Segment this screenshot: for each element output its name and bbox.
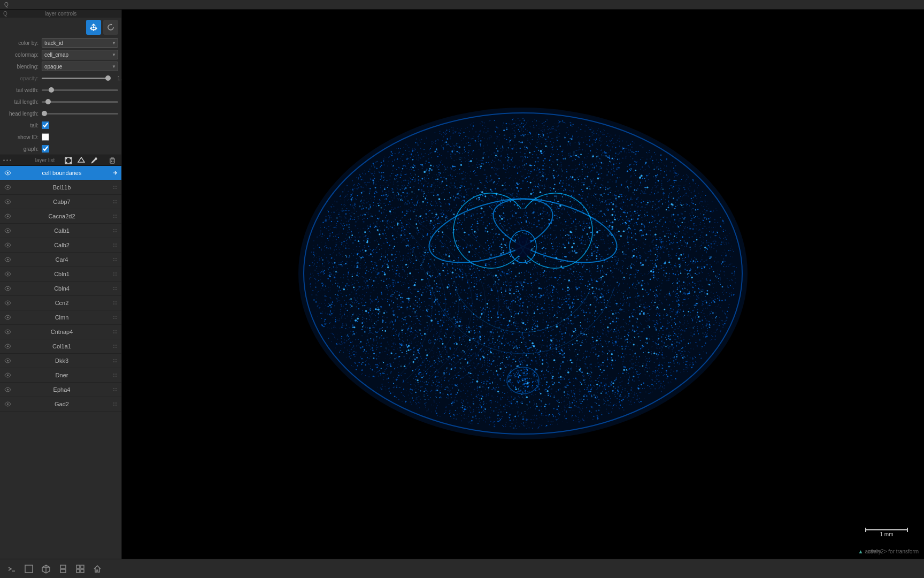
svg-rect-101 xyxy=(76,569,80,573)
blending-select-wrapper: opaque ▼ xyxy=(42,62,118,71)
show-id-checkbox[interactable] xyxy=(42,133,49,141)
head-length-slider[interactable] xyxy=(42,113,118,115)
layer-visibility-icon[interactable] xyxy=(2,372,13,378)
layer-visibility-icon[interactable] xyxy=(2,401,13,407)
layer-item[interactable]: Cacna2d2 xyxy=(0,209,121,224)
tail-width-slider-container xyxy=(42,89,118,91)
point-tool-button[interactable] xyxy=(63,155,74,166)
layer-visibility-icon[interactable] xyxy=(2,257,13,262)
graph-checkbox[interactable] xyxy=(42,145,49,153)
polygon-tool-button[interactable] xyxy=(75,155,87,166)
square-button[interactable] xyxy=(21,561,36,576)
brain-visualization xyxy=(122,10,924,559)
layer-visibility-icon[interactable] xyxy=(2,387,13,392)
layer-item[interactable]: Gad2 xyxy=(0,397,121,412)
layer-drag-handle[interactable] xyxy=(111,228,119,233)
svg-point-33 xyxy=(113,244,114,245)
layer-drag-handle[interactable] xyxy=(111,242,119,248)
layer-drag-handle[interactable] xyxy=(111,300,119,306)
layer-item[interactable]: Cbln1 xyxy=(0,267,121,282)
colormap-select[interactable]: cell_cmap xyxy=(42,50,118,59)
opacity-slider[interactable] xyxy=(42,78,111,79)
layer-drag-handle[interactable] xyxy=(111,372,119,378)
layer-drag-handle[interactable] xyxy=(111,358,119,363)
svg-point-14 xyxy=(116,186,117,187)
svg-point-88 xyxy=(113,402,114,404)
layer-visibility-icon[interactable] xyxy=(2,185,13,190)
svg-point-72 xyxy=(7,360,9,362)
layer-visibility-icon[interactable] xyxy=(2,286,13,291)
svg-point-84 xyxy=(116,388,117,389)
tail-width-label: tail width: xyxy=(3,87,42,93)
layer-item[interactable]: Clmn xyxy=(0,310,121,325)
layer-drag-handle[interactable] xyxy=(111,286,119,291)
tail-width-slider[interactable] xyxy=(42,89,118,91)
tail-length-label: tail length: xyxy=(3,99,42,105)
layer-drag-handle[interactable] xyxy=(111,185,119,190)
layer-item[interactable]: Dner xyxy=(0,368,121,383)
tail-length-slider[interactable] xyxy=(42,101,118,103)
layer-drag-handle[interactable] xyxy=(111,329,119,334)
tail-label: tail: xyxy=(3,123,42,128)
layer-item[interactable]: Ccn2 xyxy=(0,296,121,310)
layer-drag-handle[interactable] xyxy=(111,315,119,320)
tail-checkbox[interactable] xyxy=(42,121,49,129)
terminal-button[interactable] xyxy=(4,561,19,576)
layer-item[interactable]: Col1a1 xyxy=(0,339,121,354)
layer-visibility-icon[interactable] xyxy=(2,170,13,176)
move-tool-button[interactable] xyxy=(86,20,101,35)
color-by-select[interactable]: track_id xyxy=(42,38,118,48)
svg-point-75 xyxy=(113,361,114,362)
layer-item[interactable]: Cbln4 xyxy=(0,282,121,296)
svg-point-58 xyxy=(113,316,114,317)
rotate-tool-button[interactable] xyxy=(103,20,118,35)
layer-item[interactable]: Bcl11b xyxy=(0,180,121,195)
layer-drag-handle[interactable] xyxy=(111,401,119,407)
layer-visibility-icon[interactable] xyxy=(2,242,13,248)
layer-visibility-icon[interactable] xyxy=(2,315,13,320)
layer-item[interactable]: Cntnap4 xyxy=(0,325,121,339)
layer-name-label: Calb1 xyxy=(13,227,111,234)
svg-point-35 xyxy=(113,246,114,247)
layer-list-menu[interactable] xyxy=(3,159,11,161)
layer-visibility-icon[interactable] xyxy=(2,214,13,219)
svg-point-52 xyxy=(7,302,9,304)
viewer[interactable]: 1 mm use <2> for transform ▲ activity xyxy=(122,10,924,559)
blending-select[interactable]: opaque xyxy=(42,62,118,71)
layer-item[interactable]: Cabp7 xyxy=(0,195,121,209)
layer-visibility-icon[interactable] xyxy=(2,199,13,204)
layer-item[interactable]: Epha4 xyxy=(0,383,121,397)
layer-drag-handle[interactable] xyxy=(111,344,119,349)
svg-point-40 xyxy=(113,260,114,261)
layer-visibility-icon[interactable] xyxy=(2,344,13,349)
cube-button[interactable] xyxy=(38,561,53,576)
opacity-label: opacity: xyxy=(3,75,42,81)
layer-item[interactable]: Calb1 xyxy=(0,224,121,238)
layer-drag-handle[interactable] xyxy=(111,271,119,277)
home-button[interactable] xyxy=(90,561,105,576)
layer-drag-handle[interactable] xyxy=(111,199,119,204)
dot3 xyxy=(10,159,11,161)
brush-tool-button[interactable] xyxy=(88,155,100,166)
svg-point-70 xyxy=(113,347,114,348)
grid-button[interactable] xyxy=(73,561,88,576)
layer-drag-handle[interactable] xyxy=(111,387,119,392)
layer-drag-handle[interactable] xyxy=(111,257,119,262)
layer-list-tools xyxy=(63,155,118,166)
layer-visibility-icon[interactable] xyxy=(2,358,13,363)
layers-button[interactable] xyxy=(56,561,71,576)
svg-point-32 xyxy=(7,245,9,246)
delete-layer-button[interactable] xyxy=(106,155,118,166)
layer-item[interactable]: cell boundaries xyxy=(0,166,121,180)
layer-visibility-icon[interactable] xyxy=(2,300,13,306)
layer-item[interactable]: Dkk3 xyxy=(0,354,121,368)
layer-item[interactable]: Calb2 xyxy=(0,238,121,253)
layer-active-indicator xyxy=(111,170,119,176)
layer-visibility-icon[interactable] xyxy=(2,228,13,233)
layer-name-label: Dkk3 xyxy=(13,358,111,364)
show-id-label: show ID: xyxy=(3,134,42,140)
layer-visibility-icon[interactable] xyxy=(2,271,13,277)
layer-item[interactable]: Car4 xyxy=(0,253,121,267)
layer-visibility-icon[interactable] xyxy=(2,329,13,334)
layer-drag-handle[interactable] xyxy=(111,214,119,219)
